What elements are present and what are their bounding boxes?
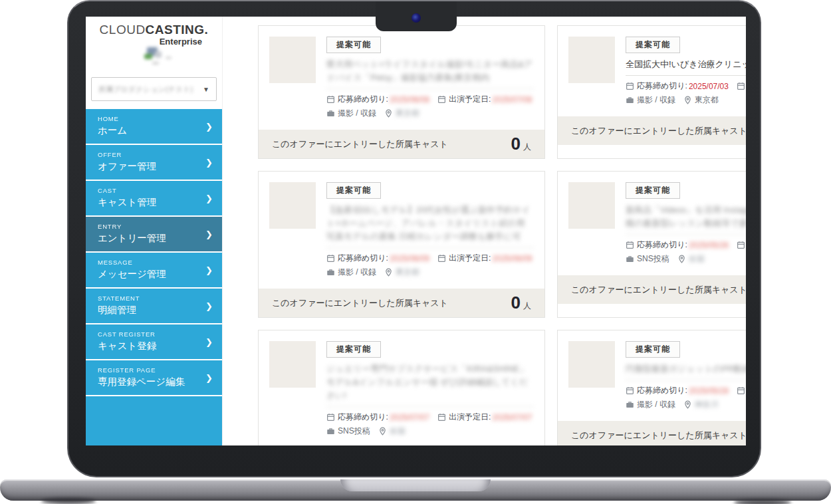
sidebar-item-cast-register[interactable]: CAST REGISTER キャスト登録 ❯ [86, 324, 222, 359]
offer-card[interactable]: 提案可能 全国拡大中!いびき治療クリニックのインフルエンサー募集 応募締め切り:… [557, 25, 746, 159]
offer-card[interactable]: 提案可能 円盤型最新ガジェットのPR動画撮影 応募締め切り: 2025/05/2… [557, 330, 746, 445]
offer-dates: 応募締め切り: 2025/06/08 出演予定日: 2025/07/08 [326, 94, 534, 105]
work-type: 撮影 / 収録 [637, 399, 675, 410]
work-type: 撮影 / 収録 [338, 108, 376, 119]
sidebar-item-en-label: REGISTER PAGE [98, 366, 211, 374]
sidebar-menu: HOME ホーム ❯ OFFER オファー管理 ❯ CAST キャスト管理 ❯ [86, 109, 222, 445]
work-type: 撮影 / 収録 [338, 267, 376, 278]
entry-count-value: 0 [511, 293, 521, 313]
offer-dates: 応募締め切り: 2025/05/26 出演予定日: [626, 239, 746, 251]
entry-count-footer: このオファーにエントリーした所属キャスト 0人 [259, 130, 544, 158]
calendar-icon [437, 95, 446, 104]
chevron-right-icon: ❯ [205, 301, 213, 311]
sidebar-item-statement[interactable]: STATEMENT 明細管理 ❯ [86, 289, 222, 323]
sidebar-item-register-page[interactable]: REGISTER PAGE 専用登録ページ編集 ❯ [86, 360, 222, 395]
offer-thumbnail [269, 37, 316, 83]
location: 全国 [390, 426, 406, 437]
entry-count-value: 0 [511, 134, 521, 154]
offer-type-location: 撮影 / 収録 神奈川 [626, 399, 746, 410]
offer-thumbnail [568, 182, 615, 229]
schedule-value: 2025/07/07 [492, 413, 532, 422]
entry-count-label: このオファーにエントリーした所属キャスト [571, 284, 746, 296]
webcam-icon [412, 13, 421, 23]
calendar-icon [626, 241, 634, 249]
status-badge: 提案可能 [626, 341, 680, 358]
entry-count-unit: 人 [523, 142, 531, 153]
logo-text-cloud: CLOUD [100, 23, 146, 37]
sidebar-item-ja-label: キャスト管理 [98, 196, 211, 209]
schedule-label: 出演予定日: [449, 94, 491, 105]
organization-logo-image [142, 45, 179, 67]
map-pin-icon [683, 96, 692, 104]
deadline-value: 2025/06/08 [390, 95, 429, 104]
sidebar-item-en-label: CAST [98, 187, 211, 194]
sidebar-item-message[interactable]: MESSAGE メッセージ管理 ❯ [86, 253, 222, 287]
offer-dates: 応募締め切り: 2025/07/03 出演予定日: [626, 80, 746, 92]
briefcase-icon [626, 400, 634, 409]
sidebar-item-offer[interactable]: OFFER オファー管理 ❯ [86, 145, 222, 180]
entry-count-footer: このオファーにエントリーした所属キャスト 0人 [558, 116, 746, 145]
offer-dates: 応募締め切り: 2025/06/09 出演予定日: 2025/06/09 [326, 253, 534, 264]
sidebar-item-ja-label: ホーム [98, 124, 211, 137]
chevron-right-icon: ❯ [205, 229, 213, 239]
sidebar-item-en-label: OFFER [98, 151, 211, 158]
entry-count-label: このオファーにエントリーした所属キャスト [272, 297, 448, 309]
status-badge: 提案可能 [626, 182, 680, 199]
calendar-icon [326, 95, 335, 104]
offer-title: 全国拡大中!いびき治療クリニックのインフルエンサー募集 [626, 58, 746, 76]
schedule-value: 2025/07/08 [492, 95, 532, 104]
entry-count-label: このオファーにエントリーした所属キャスト [571, 430, 746, 441]
sidebar-item-cast[interactable]: CAST キャスト管理 ❯ [86, 181, 222, 215]
calendar-icon [626, 386, 634, 395]
briefcase-icon [326, 268, 335, 277]
entry-count-label: このオファーにエントリーした所属キャスト [272, 138, 448, 150]
work-type: 撮影 / 収録 [637, 94, 675, 106]
sidebar-item-ja-label: エントリー管理 [98, 232, 211, 245]
work-type: SNS投稿 [338, 426, 370, 437]
calendar-icon [626, 82, 634, 90]
app-screen: CLOUDCASTING. Enterprise 所属プロダクション(テスト) … [86, 17, 746, 445]
offer-card[interactable]: 提案可能 ジュエリー専門サブスクサービス「KIRA&SHINE」モデル&インフル… [258, 330, 545, 445]
cloudcasting-logo: CLOUDCASTING. [86, 23, 222, 37]
deadline-value: 2025/05/28 [689, 386, 729, 396]
offer-thumbnail [269, 341, 316, 388]
offer-card[interactable]: 提案可能 新商品「Videos」を活用 Instagram & LINE 20万… [557, 171, 746, 318]
sidebar-item-en-label: HOME [98, 115, 211, 122]
sidebar-item-ja-label: キャスト登録 [98, 340, 211, 352]
offer-thumbnail [568, 341, 615, 388]
status-badge: 提案可能 [626, 37, 680, 53]
deadline-value: 2025/05/26 [689, 241, 729, 250]
sidebar-item-ja-label: 専用登録ページ編集 [98, 376, 211, 388]
calendar-icon [437, 413, 446, 422]
deadline-label: 応募締め切り: [637, 80, 687, 92]
chevron-right-icon: ❯ [205, 122, 213, 132]
chevron-right-icon: ❯ [205, 158, 213, 168]
map-pin-icon [384, 109, 393, 118]
sidebar-item-entry[interactable]: ENTRY エントリー管理 ❯ [86, 217, 222, 251]
entry-count-footer: このオファーにエントリーした所属キャスト 0人 [259, 289, 544, 317]
logo-block: CLOUDCASTING. Enterprise 所属プロダクション(テスト) … [86, 17, 222, 109]
location: 全国 [689, 253, 705, 265]
laptop-lid: CLOUDCASTING. Enterprise 所属プロダクション(テスト) … [67, 0, 761, 477]
deadline-label: 応募締め切り: [338, 94, 388, 105]
offer-title: ジュエリー専門サブスクサービス「KIRA&SHINE」モデル&インフルエンサー様… [326, 362, 534, 407]
entry-count-footer: このオファーにエントリーした所属キャスト 0人 [558, 275, 746, 304]
deadline-value: 2025/07/07 [390, 413, 429, 422]
sidebar-item-ja-label: オファー管理 [98, 160, 211, 173]
organization-select[interactable]: 所属プロダクション(テスト) ▼ [91, 77, 217, 101]
entry-count-unit: 人 [523, 301, 531, 312]
sidebar-item-en-label: ENTRY [98, 223, 211, 230]
calendar-icon [326, 254, 335, 263]
sidebar-item-ja-label: メッセージ管理 [98, 268, 211, 281]
laptop-foot-shadow [41, 498, 96, 504]
card-row: 提案可能 愛犬用ペット×ライフスタイル撮影!モニター商品&アドバイス「Petsy… [258, 25, 746, 159]
offer-card[interactable]: 提案可能 【急募!顔出しモデル】20代女性が選ぶ新作予約サイト×ホームページ、ア… [258, 171, 545, 318]
sidebar-item-en-label: CAST REGISTER [98, 330, 211, 338]
chevron-right-icon: ❯ [205, 265, 213, 275]
logo-text-casting: CASTING. [146, 23, 209, 37]
offer-thumbnail [269, 182, 316, 229]
location: 東京都 [396, 108, 419, 119]
offer-card[interactable]: 提案可能 愛犬用ペット×ライフスタイル撮影!モニター商品&アドバイス「Petsy… [258, 25, 545, 159]
sidebar-item-home[interactable]: HOME ホーム ❯ [86, 109, 222, 144]
laptop-mockup: CLOUDCASTING. Enterprise 所属プロダクション(テスト) … [0, 0, 831, 504]
